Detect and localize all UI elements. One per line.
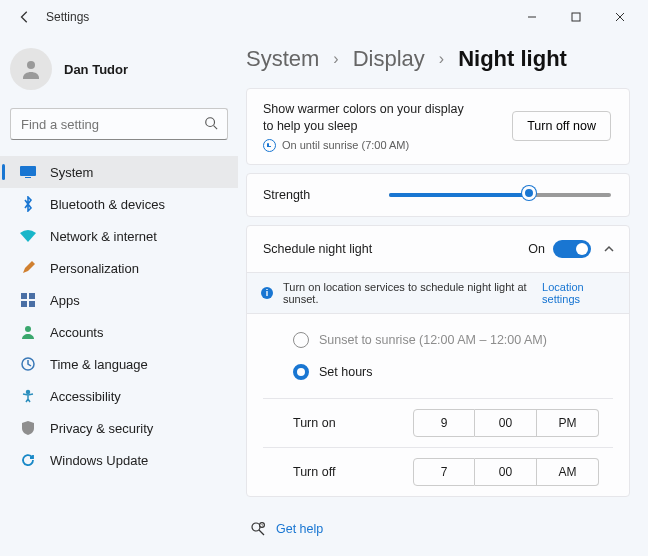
search-input[interactable] [10, 108, 228, 140]
wifi-icon [20, 228, 36, 244]
night-light-description: Show warmer colors on your display to he… [263, 101, 473, 135]
user-name: Dan Tudor [64, 62, 128, 77]
nav-system[interactable]: System [0, 156, 238, 188]
notice-text: Turn on location services to schedule ni… [283, 281, 532, 305]
svg-rect-9 [21, 293, 27, 299]
turn-off-now-button[interactable]: Turn off now [512, 111, 611, 141]
nav-label: Network & internet [50, 229, 157, 244]
radio-set-hours[interactable] [293, 364, 309, 380]
svg-point-4 [27, 61, 35, 69]
schedule-card: Schedule night light On i Turn on locati… [246, 225, 630, 497]
nav-accounts[interactable]: Accounts [0, 316, 238, 348]
info-icon [263, 139, 276, 152]
svg-point-16 [252, 523, 260, 531]
search-box[interactable] [10, 108, 228, 140]
status-text: On until sunrise (7:00 AM) [282, 139, 409, 151]
svg-rect-7 [20, 166, 36, 176]
svg-rect-11 [21, 301, 27, 307]
svg-point-5 [206, 118, 215, 127]
update-icon [20, 452, 36, 468]
get-help-link[interactable]: ? Get help [246, 505, 630, 553]
nav-label: Time & language [50, 357, 148, 372]
turn-off-label: Turn off [279, 465, 389, 479]
turn-off-ampm[interactable]: AM [537, 458, 599, 486]
schedule-body: Sunset to sunrise (12:00 AM – 12:00 AM) … [247, 313, 629, 496]
avatar [10, 48, 52, 90]
maximize-button[interactable] [554, 2, 598, 32]
chevron-right-icon: › [439, 50, 444, 68]
shield-icon [20, 420, 36, 436]
slider-fill [389, 193, 529, 197]
turn-off-hour[interactable]: 7 [413, 458, 475, 486]
nav-label: System [50, 165, 93, 180]
location-notice: i Turn on location services to schedule … [247, 272, 629, 313]
nav-list: System Bluetooth & devices Network & int… [0, 156, 238, 476]
nav-label: Personalization [50, 261, 139, 276]
radio-sunset[interactable] [293, 332, 309, 348]
crumb-system[interactable]: System [246, 46, 319, 72]
nav-time[interactable]: Time & language [0, 348, 238, 380]
nav-label: Apps [50, 293, 80, 308]
brush-icon [20, 260, 36, 276]
turn-on-ampm[interactable]: PM [537, 409, 599, 437]
accounts-icon [20, 324, 36, 340]
nav-label: Bluetooth & devices [50, 197, 165, 212]
location-settings-link[interactable]: Location settings [542, 281, 615, 305]
turn-on-hour[interactable]: 9 [413, 409, 475, 437]
nav-network[interactable]: Network & internet [0, 220, 238, 252]
nav-privacy[interactable]: Privacy & security [0, 412, 238, 444]
window-title: Settings [46, 10, 89, 24]
nav-personalization[interactable]: Personalization [0, 252, 238, 284]
radio-sunset-label: Sunset to sunrise (12:00 AM – 12:00 AM) [319, 333, 547, 347]
back-button[interactable] [18, 10, 32, 24]
svg-point-13 [25, 326, 31, 332]
nav-label: Windows Update [50, 453, 148, 468]
strength-label: Strength [263, 188, 383, 202]
schedule-title: Schedule night light [263, 242, 528, 256]
apps-icon [20, 292, 36, 308]
titlebar: Settings [0, 0, 648, 34]
schedule-state: On [528, 242, 545, 256]
breadcrumb: System › Display › Night light [246, 34, 630, 88]
chevron-right-icon: › [333, 50, 338, 68]
access-icon [20, 388, 36, 404]
search-icon [204, 116, 218, 134]
nav-apps[interactable]: Apps [0, 284, 238, 316]
strength-slider[interactable] [389, 193, 611, 197]
radio-sunset-row[interactable]: Sunset to sunrise (12:00 AM – 12:00 AM) [263, 324, 613, 356]
schedule-toggle[interactable] [553, 240, 591, 258]
profile[interactable]: Dan Tudor [0, 42, 238, 104]
page-title: Night light [458, 46, 567, 72]
bluetooth-icon [20, 196, 36, 212]
content: System › Display › Night light Show warm… [238, 34, 648, 556]
svg-point-15 [27, 391, 30, 394]
night-light-status-card: Show warmer colors on your display to he… [246, 88, 630, 165]
turn-on-label: Turn on [279, 416, 389, 430]
turn-off-row: Turn off 7 00 AM [263, 448, 613, 496]
clock-icon [20, 356, 36, 372]
schedule-header[interactable]: Schedule night light On [247, 226, 629, 272]
radio-hours-row[interactable]: Set hours [263, 356, 613, 388]
nav-accessibility[interactable]: Accessibility [0, 380, 238, 412]
sidebar: Dan Tudor System Bluetooth & devices Net… [0, 34, 238, 556]
close-button[interactable] [598, 2, 642, 32]
crumb-display[interactable]: Display [353, 46, 425, 72]
nav-label: Privacy & security [50, 421, 153, 436]
time-pickers: Turn on 9 00 PM Turn off 7 00 AM [263, 398, 613, 496]
info-icon: i [261, 287, 273, 299]
svg-rect-1 [572, 13, 580, 21]
nav-update[interactable]: Windows Update [0, 444, 238, 476]
svg-rect-8 [25, 177, 31, 178]
turn-on-row: Turn on 9 00 PM [263, 399, 613, 448]
chevron-up-icon [603, 243, 615, 255]
help-label: Get help [276, 522, 323, 536]
help-icon: ? [250, 521, 266, 537]
turn-off-minute[interactable]: 00 [475, 458, 537, 486]
nav-bluetooth[interactable]: Bluetooth & devices [0, 188, 238, 220]
svg-rect-12 [29, 301, 35, 307]
slider-thumb[interactable] [522, 186, 536, 200]
minimize-button[interactable] [510, 2, 554, 32]
svg-line-6 [214, 126, 218, 130]
night-light-status: On until sunrise (7:00 AM) [263, 139, 473, 152]
turn-on-minute[interactable]: 00 [475, 409, 537, 437]
